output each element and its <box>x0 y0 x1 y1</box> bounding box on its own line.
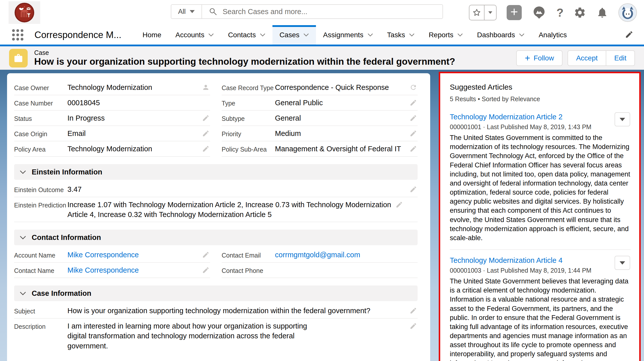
search-placeholder: Search Cases and more... <box>223 8 307 16</box>
help-icon[interactable]: ? <box>556 6 564 19</box>
favorites-control <box>469 5 497 20</box>
article-link[interactable]: Technology Modernization Article 2 <box>450 113 562 121</box>
chevron-down-icon <box>20 236 26 239</box>
case-object-icon <box>9 49 28 67</box>
edit-pencil-icon[interactable] <box>410 185 418 194</box>
accept-button[interactable]: Accept <box>568 50 606 66</box>
change-owner-icon[interactable] <box>202 83 210 92</box>
edit-pencil-icon[interactable] <box>202 265 210 275</box>
edit-pencil-icon[interactable] <box>395 200 404 209</box>
chevron-down-icon <box>488 11 492 14</box>
tab-reports[interactable]: Reports <box>422 25 470 45</box>
field-priority: Priority Medium <box>222 126 418 141</box>
chevron-down-icon <box>190 10 195 13</box>
global-search: All Search Cases and more... <box>171 4 443 19</box>
chevron-down-icon <box>260 33 265 37</box>
edit-pencil-icon[interactable] <box>202 129 210 138</box>
capitol-bird-logo-icon <box>13 2 35 24</box>
change-record-type-icon[interactable] <box>410 83 418 92</box>
field-subtype: Subtype General <box>222 111 418 126</box>
chevron-down-icon <box>620 261 625 265</box>
chevron-down-icon <box>208 33 214 37</box>
section-contact-information[interactable]: Contact Information <box>14 230 418 245</box>
search-scope-dropdown[interactable]: All <box>171 5 202 18</box>
guidance-center-icon[interactable] <box>532 5 546 20</box>
case-highlights-panel: Case How is your organization supporting… <box>0 46 644 70</box>
article-actions-dropdown-button[interactable] <box>615 112 630 126</box>
title-block: Case How is your organization supporting… <box>34 49 455 67</box>
field-description: Description I am interested in learning … <box>14 318 418 361</box>
contact-email-link[interactable]: corrmgmtgold@gmail.com <box>275 250 406 260</box>
suggested-articles-panel: Suggested Articles 5 Results • Sorted by… <box>439 72 641 361</box>
field-subject: Subject How is your organization support… <box>14 303 418 318</box>
chevron-down-icon <box>20 292 26 295</box>
chevron-down-icon <box>457 33 463 37</box>
edit-pencil-icon[interactable] <box>410 306 418 315</box>
header-actions: + ? <box>469 3 637 22</box>
field-status: Status In Progress <box>14 111 210 126</box>
contact-name-link[interactable]: Mike Correspondence <box>67 265 198 275</box>
tab-analytics[interactable]: Analytics <box>532 25 574 45</box>
edit-pencil-icon[interactable] <box>202 250 210 260</box>
contact-field-grid: Account Name Mike Correspondence Contact… <box>14 247 418 278</box>
field-einstein-prediction: Einstein Prediction Increase 1.07 with T… <box>14 197 418 222</box>
chevron-down-icon <box>303 33 309 37</box>
search-icon <box>209 8 217 16</box>
section-einstein-information[interactable]: Einstein Information <box>14 164 418 180</box>
article-meta: 000001003 · Last Published May 8, 2019, … <box>450 267 631 274</box>
edit-pencil-icon[interactable] <box>410 321 418 331</box>
edit-pencil-icon[interactable] <box>410 129 418 138</box>
field-policy-area: Policy Area Technology Modernization <box>14 141 210 157</box>
follow-button[interactable]: + Follow <box>516 50 562 66</box>
action-button-group: Accept Edit <box>568 50 635 66</box>
edit-pencil-icon[interactable] <box>410 144 418 154</box>
favorites-dropdown-button[interactable] <box>485 5 497 20</box>
article-body: The United State Government believes tha… <box>450 277 631 361</box>
edit-button[interactable]: Edit <box>606 50 635 66</box>
edit-pencil-icon[interactable] <box>202 113 210 123</box>
edit-pencil-icon[interactable] <box>202 144 210 154</box>
tab-home[interactable]: Home <box>136 25 169 45</box>
app-launcher-icon[interactable] <box>12 29 23 41</box>
global-actions-button[interactable]: + <box>507 5 522 20</box>
article-item: Technology Modernization Article 2 00000… <box>450 106 631 249</box>
article-item: Technology Modernization Article 4 00000… <box>450 249 631 361</box>
field-account-name: Account Name Mike Correspondence <box>14 247 210 263</box>
field-contact-email: Contact Email corrmgmtgold@gmail.com <box>222 247 418 263</box>
header-buttons: + Follow Accept Edit <box>516 50 635 66</box>
edit-pencil-icon[interactable] <box>410 98 418 107</box>
search-input[interactable]: Search Cases and more... <box>202 5 442 18</box>
field-case-owner: Case Owner Technology Modernization <box>14 80 210 95</box>
article-body: The United States Government is committe… <box>450 133 631 242</box>
article-link[interactable]: Technology Modernization Article 4 <box>450 256 562 265</box>
section-case-information[interactable]: Case Information <box>14 285 418 301</box>
astro-avatar-icon <box>619 4 636 21</box>
setup-gear-icon[interactable] <box>574 6 586 19</box>
tab-tasks[interactable]: Tasks <box>380 25 422 45</box>
tab-dashboards[interactable]: Dashboards <box>470 25 532 45</box>
results-summary: 5 Results • Sorted by Relevance <box>450 95 631 103</box>
field-case-origin: Case Origin Email <box>14 126 210 141</box>
tab-assignments[interactable]: Assignments <box>316 25 380 45</box>
notifications-bell-icon[interactable] <box>596 7 608 19</box>
org-logo <box>9 1 40 24</box>
user-avatar[interactable] <box>618 3 637 22</box>
edit-navigation-pencil-icon[interactable] <box>625 30 633 40</box>
account-name-link[interactable]: Mike Correspondence <box>67 250 198 260</box>
chevron-down-icon <box>519 33 525 37</box>
field-contact-name: Contact Name Mike Correspondence <box>14 263 210 278</box>
field-einstein-outcome: Einstein Outcome 3.47 <box>14 182 418 197</box>
tab-cases[interactable]: Cases <box>272 25 316 45</box>
plus-icon: + <box>525 54 530 62</box>
case-detail-card: Case Owner Technology Modernization Case… <box>7 73 430 361</box>
main-content: Case Owner Technology Modernization Case… <box>0 70 644 361</box>
chevron-down-icon <box>20 170 26 174</box>
edit-pencil-icon[interactable] <box>410 113 418 123</box>
tab-accounts[interactable]: Accounts <box>168 25 221 45</box>
field-contact-phone: Contact Phone <box>222 263 418 278</box>
field-case-record-type: Case Record Type Correspondence - Quick … <box>222 80 418 95</box>
field-policy-sub-area: Policy Sub-Area Management & Oversight o… <box>222 141 418 157</box>
tab-contacts[interactable]: Contacts <box>221 25 272 45</box>
favorite-star-button[interactable] <box>469 5 485 20</box>
article-actions-dropdown-button[interactable] <box>615 256 630 270</box>
